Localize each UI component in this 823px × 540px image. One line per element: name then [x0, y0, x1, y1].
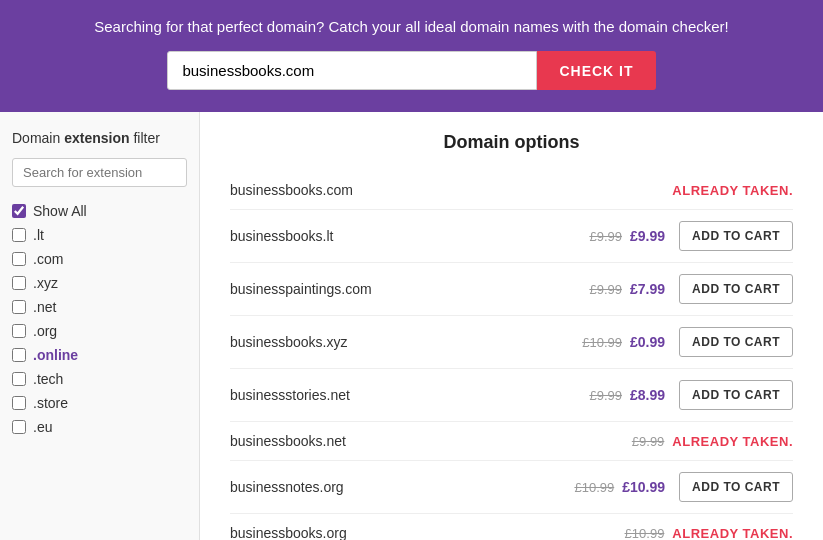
sidebar-title: Domain extension filter	[12, 130, 187, 146]
ext-store-checkbox[interactable]	[12, 396, 26, 410]
ext-show-all[interactable]: Show All	[12, 199, 187, 223]
ext-org[interactable]: .org	[12, 319, 187, 343]
ext-show-all-checkbox[interactable]	[12, 204, 26, 218]
domain-row: businessbooks.org£10.99ALREADY TAKEN.	[230, 514, 793, 540]
ext-lt-checkbox[interactable]	[12, 228, 26, 242]
domain-row: businesspaintings.com£9.99£7.99ADD TO CA…	[230, 263, 793, 316]
taken-label: ALREADY TAKEN.	[672, 183, 793, 198]
domain-rows-container: businessbooks.comALREADY TAKEN.businessb…	[230, 171, 793, 540]
domain-row: businessbooks.lt£9.99£9.99ADD TO CART	[230, 210, 793, 263]
domain-name: businessbooks.com	[230, 182, 672, 198]
ext-net-checkbox[interactable]	[12, 300, 26, 314]
price-original: £9.99	[589, 229, 622, 244]
domain-name: businessbooks.net	[230, 433, 632, 449]
ext-xyz-label: .xyz	[33, 275, 58, 291]
ext-net-label: .net	[33, 299, 56, 315]
domain-name: businessbooks.lt	[230, 228, 589, 244]
ext-xyz-checkbox[interactable]	[12, 276, 26, 290]
ext-tech-label: .tech	[33, 371, 63, 387]
ext-eu[interactable]: .eu	[12, 415, 187, 439]
price-current: £7.99	[630, 281, 665, 297]
add-to-cart-button[interactable]: ADD TO CART	[679, 472, 793, 502]
domain-name: businessstories.net	[230, 387, 589, 403]
ext-lt[interactable]: .lt	[12, 223, 187, 247]
domain-name: businessnotes.org	[230, 479, 574, 495]
domain-row: businessbooks.comALREADY TAKEN.	[230, 171, 793, 210]
domain-row: businessbooks.net£9.99ALREADY TAKEN.	[230, 422, 793, 461]
add-to-cart-button[interactable]: ADD TO CART	[679, 380, 793, 410]
add-to-cart-button[interactable]: ADD TO CART	[679, 327, 793, 357]
extension-search-input[interactable]	[12, 158, 187, 187]
ext-tech[interactable]: .tech	[12, 367, 187, 391]
ext-com-checkbox[interactable]	[12, 252, 26, 266]
results-panel: Domain options businessbooks.comALREADY …	[200, 112, 823, 540]
price-original: £9.99	[632, 434, 665, 449]
ext-eu-label: .eu	[33, 419, 52, 435]
ext-show-all-label: Show All	[33, 203, 87, 219]
domain-name: businesspaintings.com	[230, 281, 589, 297]
domain-row: businessnotes.org£10.99£10.99ADD TO CART	[230, 461, 793, 514]
ext-net[interactable]: .net	[12, 295, 187, 319]
ext-store[interactable]: .store	[12, 391, 187, 415]
taken-label: ALREADY TAKEN.	[672, 434, 793, 449]
sidebar: Domain extension filter Show All .lt .co…	[0, 112, 200, 540]
ext-org-checkbox[interactable]	[12, 324, 26, 338]
domain-name: businessbooks.org	[230, 525, 625, 540]
extension-list: Show All .lt .com .xyz .net .org	[12, 199, 187, 439]
header-tagline: Searching for that perfect domain? Catch…	[20, 18, 803, 35]
ext-eu-checkbox[interactable]	[12, 420, 26, 434]
domain-name: businessbooks.xyz	[230, 334, 582, 350]
main-layout: Domain extension filter Show All .lt .co…	[0, 112, 823, 540]
price-current: £0.99	[630, 334, 665, 350]
price-original: £9.99	[589, 388, 622, 403]
check-it-button[interactable]: CHECK IT	[537, 51, 655, 90]
ext-org-label: .org	[33, 323, 57, 339]
domain-row: businessstories.net£9.99£8.99ADD TO CART	[230, 369, 793, 422]
ext-com[interactable]: .com	[12, 247, 187, 271]
ext-lt-label: .lt	[33, 227, 44, 243]
domain-search-input[interactable]	[167, 51, 537, 90]
ext-xyz[interactable]: .xyz	[12, 271, 187, 295]
ext-online[interactable]: .online	[12, 343, 187, 367]
ext-online-label: .online	[33, 347, 78, 363]
search-bar: CHECK IT	[20, 51, 803, 90]
add-to-cart-button[interactable]: ADD TO CART	[679, 221, 793, 251]
price-original: £10.99	[625, 526, 665, 541]
price-original: £10.99	[574, 480, 614, 495]
price-current: £9.99	[630, 228, 665, 244]
taken-label: ALREADY TAKEN.	[672, 526, 793, 541]
price-current: £8.99	[630, 387, 665, 403]
page-header: Searching for that perfect domain? Catch…	[0, 0, 823, 112]
ext-com-label: .com	[33, 251, 63, 267]
price-current: £10.99	[622, 479, 665, 495]
add-to-cart-button[interactable]: ADD TO CART	[679, 274, 793, 304]
results-title: Domain options	[230, 132, 793, 153]
price-original: £9.99	[589, 282, 622, 297]
ext-store-label: .store	[33, 395, 68, 411]
price-original: £10.99	[582, 335, 622, 350]
domain-row: businessbooks.xyz£10.99£0.99ADD TO CART	[230, 316, 793, 369]
ext-online-checkbox[interactable]	[12, 348, 26, 362]
ext-tech-checkbox[interactable]	[12, 372, 26, 386]
